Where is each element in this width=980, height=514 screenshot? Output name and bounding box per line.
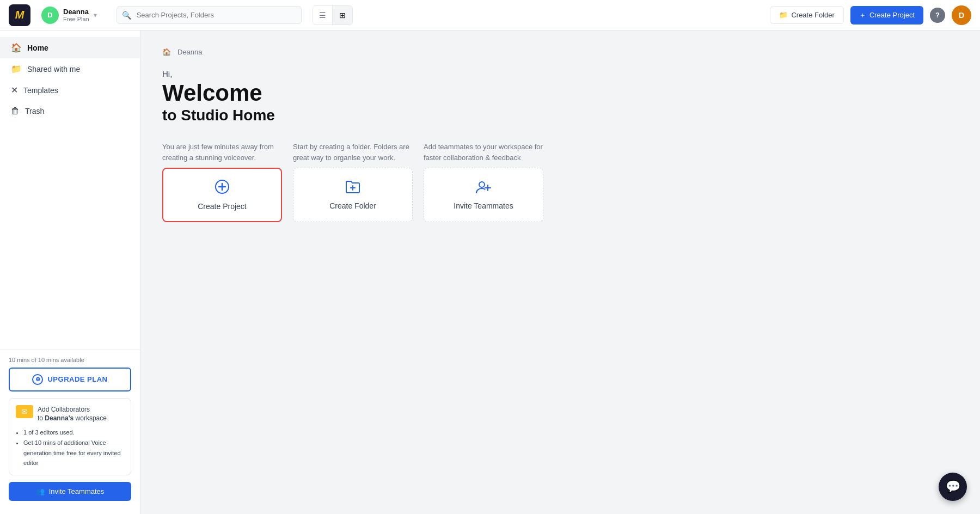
topbar-right: 📁 Create Folder ＋ Create Project ? D	[770, 5, 971, 25]
sidebar-item-label: Trash	[25, 107, 44, 115]
envelope-icon: ✉	[16, 405, 33, 418]
search-wrap: 🔍	[117, 6, 302, 24]
user-avatar: D	[41, 7, 59, 24]
create-project-desc: You are just few minutes away from creat…	[162, 142, 282, 163]
invite-teammates-label: Invite Teammates	[454, 201, 513, 210]
home-icon: 🏠	[11, 42, 22, 53]
help-button[interactable]: ?	[930, 8, 945, 23]
sidebar-bottom: 10 mins of 10 mins available ⊕ UPGRADE P…	[0, 350, 140, 507]
create-project-card[interactable]: Create Project	[162, 168, 282, 222]
mins-label: 10 mins of 10 mins available	[9, 357, 131, 363]
invite-teammates-col: Add teammates to your workspace for fast…	[424, 142, 543, 222]
view-toggle: ☰ ⊞	[313, 5, 353, 25]
create-project-label: Create Project	[198, 202, 246, 211]
sidebar-item-templates[interactable]: ✕ Templates	[0, 79, 140, 101]
breadcrumb: 🏠 Deanna	[162, 48, 958, 56]
create-folder-icon	[345, 180, 360, 197]
create-folder-col: Start by creating a folder. Folders are …	[293, 142, 413, 222]
chat-icon: 💬	[946, 480, 960, 494]
collab-card: ✉ Add Collaborators to Deanna's workspac…	[9, 398, 131, 475]
create-folder-label: Create Folder	[329, 201, 376, 210]
invite-teammates-icon	[475, 180, 492, 197]
collab-bullet-2: Get 10 mins of additional Voice generati…	[23, 438, 124, 468]
sidebar-item-trash[interactable]: 🗑 Trash	[0, 101, 140, 121]
user-plan: Free Plan	[63, 16, 89, 22]
sidebar-item-label: Home	[27, 44, 48, 52]
welcome-sub: to Studio Home	[162, 107, 958, 124]
create-folder-desc: Start by creating a folder. Folders are …	[293, 142, 413, 163]
sidebar-item-label: Shared with me	[27, 65, 80, 74]
folder-icon: 📁	[11, 64, 22, 74]
welcome-title: Welcome	[162, 81, 958, 106]
upgrade-icon: ⊕	[32, 374, 43, 385]
topbar: M D Deanna Free Plan ▾ 🔍 ☰ ⊞ 📁 Create Fo…	[0, 0, 980, 30]
collab-list: 1 of 3 editors used. Get 10 mins of addi…	[16, 427, 124, 468]
templates-icon: ✕	[11, 85, 18, 95]
sidebar-nav: 🏠 Home 📁 Shared with me ✕ Templates 🗑 Tr…	[0, 37, 140, 350]
create-project-button[interactable]: ＋ Create Project	[850, 6, 923, 25]
logo-letter: M	[15, 9, 24, 21]
content-area: 🏠 Deanna Hi, Welcome to Studio Home You …	[140, 30, 980, 514]
create-project-icon	[215, 179, 230, 198]
sidebar: 🏠 Home 📁 Shared with me ✕ Templates 🗑 Tr…	[0, 30, 140, 514]
grid-view-button[interactable]: ⊞	[333, 6, 352, 25]
upgrade-plan-button[interactable]: ⊕ UPGRADE PLAN	[9, 368, 131, 391]
collab-header: ✉ Add Collaborators to Deanna's workspac…	[16, 405, 124, 424]
create-folder-card[interactable]: Create Folder	[293, 168, 413, 222]
user-name: Deanna	[63, 8, 89, 16]
invite-icon: 👥	[36, 487, 45, 495]
breadcrumb-name: Deanna	[177, 48, 203, 56]
svg-point-5	[479, 182, 485, 187]
create-project-col: You are just few minutes away from creat…	[162, 142, 282, 222]
main-layout: 🏠 Home 📁 Shared with me ✕ Templates 🗑 Tr…	[0, 30, 980, 514]
breadcrumb-home-icon: 🏠	[162, 48, 171, 56]
user-avatar-top[interactable]: D	[952, 5, 971, 25]
invite-teammates-button[interactable]: 👥 Invite Teammates	[9, 482, 131, 501]
chevron-down-icon: ▾	[94, 11, 97, 19]
welcome-greeting: Hi,	[162, 69, 958, 78]
action-cards: You are just few minutes away from creat…	[162, 142, 958, 222]
sidebar-item-label: Templates	[23, 86, 58, 95]
chat-bubble-button[interactable]: 💬	[939, 473, 967, 501]
list-view-button[interactable]: ☰	[313, 6, 333, 25]
search-input[interactable]	[117, 6, 302, 24]
collab-title: Add Collaborators to Deanna's workspace	[38, 405, 107, 424]
plus-icon: ＋	[859, 10, 866, 20]
app-logo: M	[9, 4, 30, 26]
invite-teammates-desc: Add teammates to your workspace for fast…	[424, 142, 543, 163]
user-info: Deanna Free Plan	[63, 8, 89, 22]
create-folder-button[interactable]: 📁 Create Folder	[770, 6, 843, 24]
user-section[interactable]: D Deanna Free Plan ▾	[37, 4, 101, 26]
invite-teammates-card[interactable]: Invite Teammates	[424, 168, 543, 222]
collab-bullet-1: 1 of 3 editors used.	[23, 427, 124, 438]
trash-icon: 🗑	[11, 106, 20, 116]
search-icon: 🔍	[122, 11, 131, 20]
sidebar-item-shared[interactable]: 📁 Shared with me	[0, 58, 140, 79]
sidebar-item-home[interactable]: 🏠 Home	[0, 37, 140, 58]
folder-icon: 📁	[779, 11, 788, 19]
